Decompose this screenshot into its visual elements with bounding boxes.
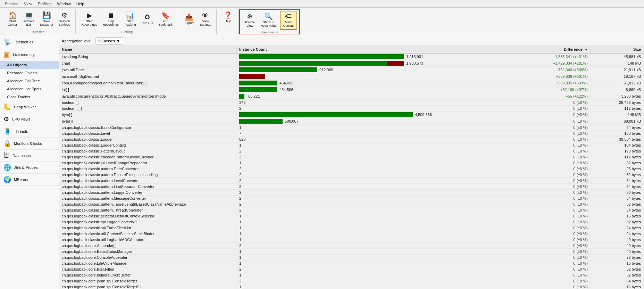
- table-row[interactable]: ch.qos.logback.classic.pattern.LevelConv…: [59, 178, 644, 184]
- chevron-down-icon: ▼: [116, 39, 120, 43]
- table-row[interactable]: ch.qos.logback.classic.Level70 (±0 %)168…: [59, 131, 644, 137]
- table-row[interactable]: ch.qos.logback.classic.BasicConfigurator…: [59, 125, 644, 131]
- name-column-header[interactable]: Name: [59, 46, 236, 53]
- run-gc-button[interactable]: ♻ Run GC: [139, 10, 156, 29]
- add-bookmark-button[interactable]: 🔖 AddBookmark: [156, 10, 175, 29]
- stop-recordings-button[interactable]: ⏹ StopRecordings: [100, 10, 121, 29]
- table-row[interactable]: com.li.springbootproject.domain.test.Tab…: [59, 80, 644, 86]
- view-settings-button[interactable]: 👁 ViewSettings: [198, 10, 214, 29]
- activate-ide-button[interactable]: 💻 ActivateIDE: [21, 10, 37, 29]
- sidebar-sub-allocation-call-tree[interactable]: Allocation Call Tree: [0, 77, 59, 85]
- table-row[interactable]: boolean[ ][ ]20 (±0 %)112 bytes: [59, 106, 644, 112]
- table-row[interactable]: char[ ]1,938,573+1,429,334 (+281%)148 MB: [59, 60, 644, 67]
- table-row[interactable]: byte[ ][ ]500,0070 (±0 %)68,001 kB: [59, 118, 644, 125]
- table-row[interactable]: ch.qos.logback.classic.util.ContextSelec…: [59, 231, 644, 237]
- mark-current-button[interactable]: 🏷 MarkCurrent: [280, 11, 297, 30]
- table-row[interactable]: int[ ]454,506+32,169 (+97%)8,669 kB: [59, 86, 644, 93]
- bar-wrapper: [239, 54, 404, 59]
- table-row[interactable]: ch.qos.logback.core.Appender[ ]20 (±0 %)…: [59, 243, 644, 249]
- table-row[interactable]: ch.qos.logback.classic.pattern.LineSepar…: [59, 184, 644, 190]
- sidebar-item-databases[interactable]: 🗄 Databases: [0, 150, 59, 162]
- table-row[interactable]: ch.qos.logback.classic.pattern.EnsureExc…: [59, 172, 644, 178]
- table-row[interactable]: ch.qos.logback.core.helpers.CyclicBuffer…: [59, 272, 644, 278]
- sidebar-item-jee-probes[interactable]: 🌐 JEE & Probes: [0, 162, 59, 174]
- start-center-button[interactable]: 🏠 StartCenter: [5, 10, 20, 29]
- menu-profiling[interactable]: Profiling: [35, 1, 55, 7]
- table-row[interactable]: ch.qos.logback.classic.pattern.ThreadCon…: [59, 207, 644, 213]
- row-difference: 0 (±0 %): [502, 243, 591, 249]
- table-row[interactable]: java.util.Date912,969+762,340 (+506%)21,…: [59, 67, 644, 73]
- sidebar-sub-allocation-hot-spots[interactable]: Allocation Hot Spots: [0, 85, 59, 93]
- count-value: 1: [239, 143, 241, 147]
- table-row[interactable]: ch.qos.logback.core.joran.spi.ConsoleTar…: [59, 284, 644, 289]
- table-row[interactable]: ch.qos.logback.classic.LoggerContext10 (…: [59, 142, 644, 148]
- menu-session[interactable]: Session: [2, 1, 21, 7]
- sidebar-sub-class-tracker[interactable]: Class Tracker: [0, 93, 59, 101]
- table-row[interactable]: ch.qos.logback.core.joran.spi.ConsoleTar…: [59, 278, 644, 284]
- row-size: 24 bytes: [591, 125, 644, 131]
- row-name: ch.qos.logback.classic.pattern.LoggerCon…: [59, 190, 236, 196]
- sidebar-sub-recorded-objects[interactable]: Recorded Objects: [0, 69, 59, 77]
- table-row[interactable]: ch.qos.logback.classic.pattern.LoggerCon…: [59, 190, 644, 196]
- sidebar-item-threads[interactable]: 🧵 Threads: [0, 125, 59, 138]
- row-difference: 0 (±0 %): [502, 184, 591, 190]
- menu-view[interactable]: View: [21, 1, 35, 7]
- show-in-heap-button[interactable]: 🔍 Show InHeap Value: [258, 11, 279, 30]
- table-row[interactable]: ch.qos.logback.classic.spi.TurboFilterLi…: [59, 225, 644, 231]
- sidebar-item-cpu-views[interactable]: ⚙ CPU views: [0, 113, 59, 125]
- table-row[interactable]: java.lang.String1,915,901+1,533,341 (+40…: [59, 53, 644, 60]
- help-button[interactable]: ❓ Help: [220, 10, 235, 25]
- sidebar-item-heap-walker[interactable]: 🦶 Heap Walker: [0, 101, 59, 113]
- save-snapshot-button[interactable]: 💾 SaveSnapshot: [37, 10, 56, 29]
- table-row[interactable]: ch.qos.logback.classic.pattern.TargetLen…: [59, 201, 644, 207]
- row-difference: +389,836 (+601%): [502, 73, 591, 80]
- row-size: 39,504 bytes: [591, 137, 644, 142]
- table-row[interactable]: java.util.concurrent.locks.AbstractQueue…: [59, 93, 644, 100]
- table-row[interactable]: ch.qos.logback.classic.selector.DefaultC…: [59, 213, 644, 219]
- sidebar-item-live-memory[interactable]: ▣ Live memory: [0, 48, 59, 61]
- row-name: ch.qos.logback.classic.selector.DefaultC…: [59, 213, 236, 219]
- table-row[interactable]: ch.qos.logback.classic.encoder.PatternLa…: [59, 154, 644, 160]
- size-column-header[interactable]: Size: [591, 46, 644, 53]
- row-difference: 0 (±0 %): [502, 166, 591, 172]
- row-instance-count: 7: [236, 131, 502, 137]
- table-row[interactable]: ch.qos.logback.classic.pattern.MessageCo…: [59, 196, 644, 201]
- table-row[interactable]: ch.qos.logback.classic.PatternLayout20 (…: [59, 148, 644, 154]
- table-row[interactable]: ch.qos.logback.classic.jul.LevelChangePr…: [59, 160, 644, 166]
- row-instance-count: 2: [236, 154, 502, 160]
- start-recordings-button[interactable]: ▶ StartRecordings: [79, 10, 100, 29]
- menu-window[interactable]: Window: [55, 1, 74, 7]
- table-row[interactable]: ch.qos.logback.classic.spi.LoggerContext…: [59, 219, 644, 225]
- table-row[interactable]: ch.qos.logback.core.LifeCycleManager10 (…: [59, 261, 644, 266]
- table-row[interactable]: ch.qos.logback.core.ConsoleAppender10 (±…: [59, 255, 644, 261]
- row-difference: 0 (±0 %): [502, 118, 591, 125]
- sidebar-item-mbeans[interactable]: 🌍 MBeans: [0, 174, 59, 186]
- table-row[interactable]: ch.qos.logback.core.filter.Filter[ ]20 (…: [59, 266, 644, 272]
- aggregation-classes-button[interactable]: ℹ Classes ▼: [95, 38, 123, 44]
- instance-count-column-header[interactable]: Instance Count: [236, 46, 502, 53]
- table-row[interactable]: ch.qos.logback.core.BasicStatusManager10…: [59, 249, 644, 255]
- menu-help[interactable]: Help: [74, 1, 87, 7]
- difference-column-header[interactable]: Difference ▼: [502, 46, 591, 53]
- table-row[interactable]: ch.qos.logback.classic.Logger8230 (±0 %)…: [59, 137, 644, 142]
- freeze-view-button[interactable]: ❄ FreezeView: [242, 11, 257, 30]
- row-difference: 0 (±0 %): [502, 131, 591, 137]
- row-name: ch.qos.logback.core.joran.spi.ConsoleTar…: [59, 284, 236, 289]
- sidebar-item-monitors-locks[interactable]: 🔒 Monitors & locks: [0, 138, 59, 150]
- table-row[interactable]: byte[ ]4,509,6660 (±0 %)148 MB: [59, 112, 644, 118]
- table-row[interactable]: boolean[ ]3480 (±0 %)28,488 bytes: [59, 100, 644, 106]
- session-settings-button[interactable]: ⚙ SessionSettings: [56, 10, 73, 29]
- table-container[interactable]: Name Instance Count Difference ▼ Size ja…: [59, 46, 644, 289]
- add-bookmark-label: AddBookmark: [158, 19, 173, 27]
- table-row[interactable]: java.math.BigDecimal+389,836 (+601%)18,1…: [59, 73, 644, 80]
- bar-cell: 1,938,573: [239, 61, 499, 66]
- row-difference: 0 (±0 %): [502, 266, 591, 272]
- table-row[interactable]: ch.qos.logback.classic.pattern.DateConve…: [59, 166, 644, 172]
- sidebar-sub-all-objects[interactable]: All Objects: [0, 61, 59, 69]
- sidebar-item-telemetries[interactable]: 📡 Telemetries: [0, 36, 59, 48]
- export-button[interactable]: 📤 Export: [182, 10, 197, 29]
- table-row[interactable]: ch.qos.logback.classic.util.LogbackMDCAd…: [59, 237, 644, 243]
- row-difference: 0 (±0 %): [502, 172, 591, 178]
- toolbar-help-buttons: ❓ Help: [220, 10, 235, 25]
- start-tracking-button[interactable]: 📊 StartTracking: [122, 10, 139, 29]
